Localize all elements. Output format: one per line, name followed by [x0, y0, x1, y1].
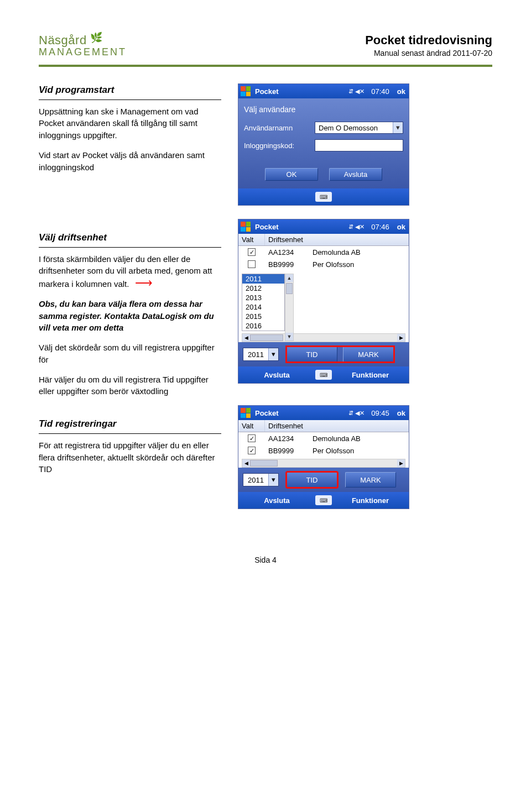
- screenshot-tid: Pocket ⇵ ◀✕ 09:45 ok Valt Driftsenhet ✓ …: [238, 405, 409, 509]
- row-code: AA1234: [265, 248, 309, 256]
- table-row[interactable]: ✓ AA1234 Demolunda AB: [238, 246, 409, 258]
- checkbox[interactable]: ✓: [248, 447, 256, 454]
- start-icon[interactable]: [241, 408, 251, 418]
- app-title: Pocket: [255, 223, 344, 231]
- login-heading: Välj användare: [244, 105, 403, 114]
- bottombar: ⌨: [238, 188, 409, 205]
- scroll-up-icon[interactable]: ▲: [285, 274, 293, 282]
- row-code: BB9999: [265, 447, 309, 455]
- keyboard-icon[interactable]: ⌨: [315, 192, 332, 202]
- ok-button[interactable]: ok: [397, 409, 405, 417]
- start-icon[interactable]: [241, 222, 251, 232]
- section3-p1: För att registrera tid uppgifter väljer …: [39, 439, 221, 475]
- user-select[interactable]: Dem O Demosson ▾: [315, 122, 403, 134]
- col-valt: Valt: [238, 234, 265, 245]
- page-header: Näsgård 🌿 MANAGEMENT Pocket tidredovisni…: [39, 33, 492, 58]
- header-rule: [39, 65, 492, 67]
- clock: 07:46: [371, 223, 389, 231]
- year-select[interactable]: 2011 ▾: [243, 348, 279, 361]
- scrollbar-horizontal[interactable]: ◀ ▶: [242, 459, 405, 468]
- signal-icon: ⇵ ◀✕: [348, 88, 365, 95]
- section2-p4: Här väljer du om du vill registrera Tid …: [39, 374, 221, 398]
- year-item[interactable]: 2013: [242, 293, 284, 302]
- signal-icon: ⇵ ◀✕: [348, 223, 365, 230]
- section2-p2: Obs, du kan bara välja flera om dessa ha…: [39, 298, 221, 334]
- row-code: BB9999: [265, 260, 309, 269]
- ok-button[interactable]: ok: [397, 87, 405, 96]
- logo-bottom-text: MANAGEMENT: [39, 46, 127, 58]
- scroll-thumb[interactable]: [250, 334, 283, 341]
- code-label: Inloggningskod:: [244, 142, 310, 150]
- start-icon[interactable]: [241, 86, 251, 96]
- col-driftsenhet: Driftsenhet: [265, 420, 409, 432]
- clock: 09:45: [371, 409, 389, 417]
- app-title: Pocket: [255, 409, 344, 417]
- year-listbox[interactable]: 2011 2012 2013 2014 2015 2016: [242, 274, 285, 331]
- section1-p1: Uppsättning kan ske i Management om vad …: [39, 106, 221, 142]
- year-value: 2011: [243, 476, 268, 484]
- checkbox[interactable]: ✓: [248, 248, 256, 256]
- doc-subtitle: Manual senast ändrad 2011-07-20: [365, 49, 492, 57]
- screenshot-login: Pocket ⇵ ◀✕ 07:40 ok Välj användare Anvä…: [238, 83, 409, 206]
- bottombar: Avsluta ⌨ Funktioner: [238, 492, 409, 509]
- scroll-left-icon[interactable]: ◀: [242, 334, 250, 342]
- logo: Näsgård 🌿 MANAGEMENT: [39, 33, 127, 58]
- checkbox[interactable]: [248, 260, 256, 268]
- table-row[interactable]: BB9999 Per Olofsson: [238, 258, 409, 270]
- section1-p2: Vid start av Pocket väljs då användaren …: [39, 149, 221, 174]
- app-title: Pocket: [255, 87, 344, 96]
- chevron-down-icon[interactable]: ▾: [393, 122, 403, 133]
- signal-icon: ⇵ ◀✕: [348, 410, 365, 417]
- col-valt: Valt: [238, 420, 265, 432]
- tid-button[interactable]: TID: [287, 347, 337, 362]
- mark-button[interactable]: MARK: [345, 472, 396, 488]
- keyboard-icon[interactable]: ⌨: [315, 495, 332, 505]
- ok-button[interactable]: ok: [397, 223, 405, 231]
- section1-heading: Vid programstart: [39, 83, 221, 100]
- chevron-down-icon[interactable]: ▾: [268, 348, 278, 360]
- tid-button[interactable]: TID: [287, 472, 337, 488]
- screenshot-driftsenhet: Pocket ⇵ ◀✕ 07:46 ok Valt Driftsenhet ✓ …: [238, 219, 409, 384]
- scroll-right-icon[interactable]: ▶: [397, 459, 405, 467]
- user-label: Användarnamn: [244, 124, 310, 132]
- mark-button[interactable]: MARK: [343, 347, 394, 362]
- chevron-down-icon[interactable]: ▾: [268, 474, 278, 486]
- bottom-right[interactable]: Funktioner: [332, 496, 409, 505]
- leaf-icon: 🌿: [90, 32, 103, 43]
- bottom-right[interactable]: Funktioner: [332, 371, 409, 379]
- user-value: Dem O Demosson: [319, 124, 378, 132]
- table-row[interactable]: ✓ BB9999 Per Olofsson: [238, 444, 409, 457]
- table-row[interactable]: ✓ AA1234 Demolunda AB: [238, 432, 409, 444]
- year-select[interactable]: 2011 ▾: [243, 473, 279, 486]
- bottom-left[interactable]: Avsluta: [238, 371, 315, 379]
- page-footer: Sida 4: [39, 556, 492, 564]
- year-item[interactable]: 2016: [242, 321, 284, 331]
- row-name: Per Olofsson: [309, 260, 409, 269]
- scrollbar-vertical[interactable]: ▲ ▼: [285, 274, 294, 341]
- bottombar: Avsluta ⌨ Funktioner: [238, 366, 409, 383]
- code-input[interactable]: [315, 139, 403, 151]
- scrollbar-horizontal[interactable]: ◀ ▶: [242, 333, 405, 342]
- year-item[interactable]: 2015: [242, 312, 284, 321]
- year-item[interactable]: 2011: [242, 274, 284, 284]
- section3-heading: Tid registreringar: [39, 417, 221, 434]
- titlebar: Pocket ⇵ ◀✕ 07:40 ok: [238, 84, 409, 98]
- checkbox[interactable]: ✓: [248, 434, 256, 442]
- year-item[interactable]: 2012: [242, 284, 284, 293]
- quit-button[interactable]: Avsluta: [329, 168, 382, 181]
- scroll-left-icon[interactable]: ◀: [242, 459, 250, 467]
- bottom-left[interactable]: Avsluta: [238, 496, 315, 505]
- scroll-right-icon[interactable]: ▶: [397, 334, 405, 342]
- scroll-thumb[interactable]: [286, 283, 293, 294]
- year-value: 2011: [243, 350, 268, 359]
- doc-title: Pocket tidredovisning: [365, 33, 492, 48]
- year-item[interactable]: 2014: [242, 302, 284, 312]
- logo-top-text: Näsgård: [39, 33, 87, 47]
- scroll-thumb[interactable]: [250, 460, 278, 467]
- scroll-down-icon[interactable]: ▼: [285, 333, 293, 340]
- keyboard-icon[interactable]: ⌨: [315, 370, 332, 380]
- row-code: AA1234: [265, 434, 309, 443]
- row-name: Demolunda AB: [309, 434, 409, 443]
- section2-p3: Välj det skördeår som du vill registrera…: [39, 342, 221, 366]
- ok-button[interactable]: OK: [265, 168, 318, 181]
